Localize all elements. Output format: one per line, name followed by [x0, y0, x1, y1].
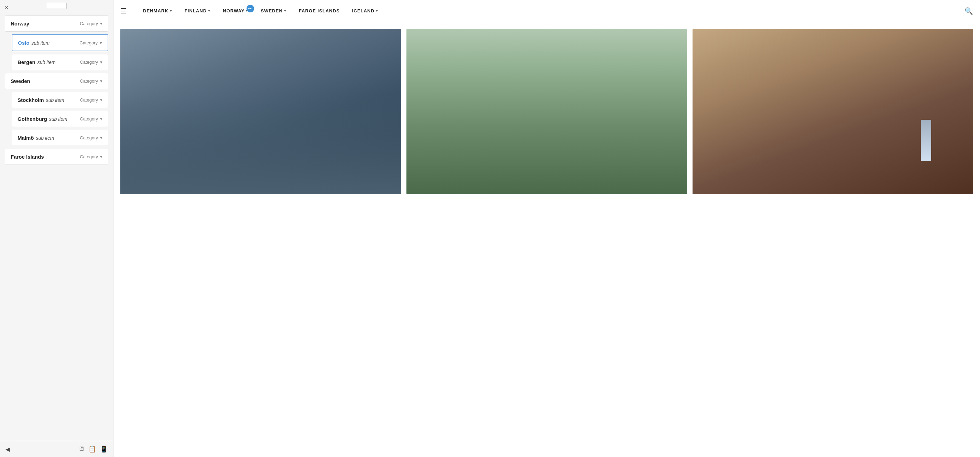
hide-controls-button[interactable]: ◀: [5, 446, 13, 452]
nav-item-name: Oslo: [18, 40, 29, 46]
nav-link-sweden[interactable]: SWEDEN▾: [255, 8, 293, 13]
chevron-down-icon: ▾: [100, 116, 102, 121]
nav-item-right: Category ▾: [80, 21, 102, 26]
sidebar-item-faroe[interactable]: Faroe Islands Category ▾: [5, 149, 108, 165]
nav-item-type: Category: [80, 40, 98, 45]
nav-item-sublabel: sub item: [38, 59, 56, 65]
mobile-icon[interactable]: 📱: [100, 445, 108, 453]
nav-link-finland[interactable]: FINLAND▾: [178, 8, 216, 13]
nav-item-left: Faroe Islands: [11, 154, 44, 160]
nav-item-type: Category: [80, 78, 98, 84]
nav-item-left: Malmö sub item: [18, 135, 54, 141]
search-icon[interactable]: 🔍: [964, 7, 973, 15]
sidebar-item-stockholm[interactable]: Stockholm sub item Category ▾: [12, 92, 108, 108]
chevron-down-icon: ▾: [376, 9, 378, 13]
nav-item-name: Sweden: [11, 78, 30, 84]
gallery-image-img2: [406, 29, 687, 194]
sidebar-item-oslo[interactable]: Oslo sub item Category ▾: [12, 34, 108, 51]
nav-link-denmark[interactable]: DENMARK▾: [137, 8, 178, 13]
chevron-down-icon: ▾: [100, 78, 102, 84]
nav-item-type: Category: [80, 135, 98, 141]
nav-item-name: Stockholm: [18, 97, 44, 103]
chevron-down-icon: ▾: [100, 40, 102, 45]
nav-item-right: Category ▾: [80, 59, 102, 65]
nav-link-faroe[interactable]: FAROE ISLANDS: [293, 8, 346, 13]
nav-item-name: Malmö: [18, 135, 34, 141]
chevron-down-icon: ▾: [100, 59, 102, 65]
nav-item-left: Gothenburg sub item: [18, 116, 67, 122]
hamburger-icon[interactable]: ☰: [120, 7, 127, 15]
chevron-down-icon: ▾: [284, 9, 286, 13]
nav-links-group: DENMARK▾FINLAND▾NORWAY▾✏SWEDEN▾FAROE ISL…: [137, 8, 964, 13]
chevron-down-icon: ▾: [100, 135, 102, 141]
close-button[interactable]: ×: [5, 4, 9, 11]
chevron-down-icon: ▾: [100, 154, 102, 159]
nav-item-right: Category ▾: [80, 135, 102, 141]
nav-item-type: Category: [80, 116, 98, 121]
sidebar-item-bergen[interactable]: Bergen sub item Category ▾: [12, 54, 108, 70]
nav-item-type: Category: [80, 154, 98, 159]
gallery-image-img3: [692, 29, 973, 194]
sidebar: × Norway Category ▾ Oslo sub item Catego…: [0, 0, 113, 457]
device-icon-group: 🖥 📋 📱: [78, 445, 108, 453]
gallery-area: [113, 22, 980, 457]
nav-item-sublabel: sub item: [49, 116, 67, 122]
gallery-image-img1: [120, 29, 401, 194]
nav-item-left: Bergen sub item: [18, 59, 56, 65]
nav-item-left: Norway: [11, 21, 29, 27]
sidebar-item-gothenburg[interactable]: Gothenburg sub item Category ▾: [12, 111, 108, 127]
sidebar-item-sweden[interactable]: Sweden Category ▾: [5, 73, 108, 89]
tablet-icon[interactable]: 📋: [88, 445, 96, 453]
hide-controls-icon: ◀: [5, 446, 10, 452]
nav-item-type: Category: [80, 21, 98, 26]
nav-item-left: Stockholm sub item: [18, 97, 64, 103]
top-navigation: ☰ DENMARK▾FINLAND▾NORWAY▾✏SWEDEN▾FAROE I…: [113, 0, 980, 22]
nav-link-label: FINLAND: [185, 8, 207, 13]
nav-link-label: DENMARK: [143, 8, 169, 13]
nav-link-iceland[interactable]: ICELAND▾: [346, 8, 385, 13]
chevron-down-icon: ▾: [170, 9, 172, 13]
chevron-down-icon: ▾: [100, 21, 102, 26]
main-content: ☰ DENMARK▾FINLAND▾NORWAY▾✏SWEDEN▾FAROE I…: [113, 0, 980, 457]
sidebar-header: ×: [0, 0, 113, 12]
nav-item-name: Faroe Islands: [11, 154, 44, 160]
chevron-down-icon: ▾: [100, 97, 102, 102]
nav-item-sublabel: sub item: [31, 40, 49, 46]
published-button[interactable]: [47, 3, 67, 9]
desktop-icon[interactable]: 🖥: [78, 445, 84, 453]
nav-item-left: Sweden: [11, 78, 30, 84]
edit-badge-icon: ✏: [247, 5, 254, 13]
nav-item-right: Category ▾: [80, 78, 102, 84]
nav-item-name: Norway: [11, 21, 29, 27]
nav-link-label: NORWAY: [223, 8, 245, 13]
nav-item-name: Bergen: [18, 59, 35, 65]
nav-item-type: Category: [80, 59, 98, 65]
nav-item-left: Oslo sub item: [18, 40, 49, 46]
sidebar-nav-list: Norway Category ▾ Oslo sub item Category…: [0, 12, 113, 441]
nav-link-norway[interactable]: NORWAY▾✏: [216, 8, 255, 13]
chevron-down-icon: ▾: [208, 9, 210, 13]
nav-item-sublabel: sub item: [36, 135, 54, 141]
nav-link-label: ICELAND: [352, 8, 374, 13]
nav-item-type: Category: [80, 97, 98, 102]
nav-item-name: Gothenburg: [18, 116, 47, 122]
nav-item-right: Category ▾: [80, 97, 102, 102]
sidebar-item-malmo[interactable]: Malmö sub item Category ▾: [12, 130, 108, 146]
nav-item-right: Category ▾: [80, 40, 102, 45]
sidebar-item-norway[interactable]: Norway Category ▾: [5, 16, 108, 32]
gallery-grid: [120, 29, 973, 194]
nav-link-label: FAROE ISLANDS: [299, 8, 340, 13]
nav-link-label: SWEDEN: [261, 8, 283, 13]
nav-item-right: Category ▾: [80, 154, 102, 159]
nav-item-sublabel: sub item: [46, 97, 64, 103]
sidebar-footer: ◀ 🖥 📋 📱: [0, 441, 113, 457]
nav-item-right: Category ▾: [80, 116, 102, 121]
